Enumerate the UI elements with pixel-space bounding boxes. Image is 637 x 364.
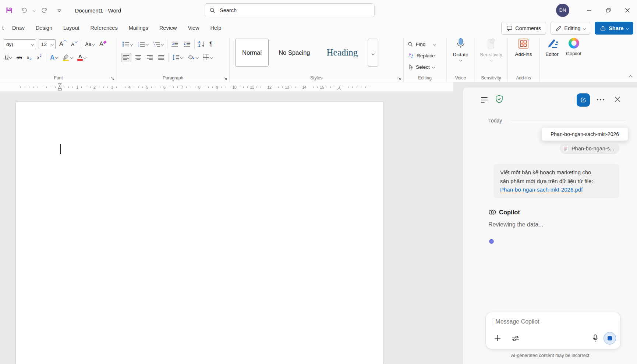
select-button[interactable]: Select — [408, 62, 434, 72]
customize-toolbar-button[interactable] — [54, 5, 65, 16]
font-name-combo[interactable]: dy) — [4, 39, 36, 49]
addins-button[interactable]: Add-ins — [507, 38, 539, 57]
tab-layout[interactable]: Layout — [58, 25, 85, 31]
bullets-button[interactable] — [121, 40, 134, 48]
comment-icon — [506, 25, 513, 31]
message-input-row — [494, 318, 613, 325]
decrease-indent-button[interactable] — [170, 40, 180, 48]
tab-insert-partial[interactable]: t — [0, 25, 7, 31]
redo-button[interactable] — [39, 5, 50, 16]
tab-mailings[interactable]: Mailings — [123, 25, 154, 31]
subscript-button[interactable]: x2 — [26, 54, 33, 61]
document-area — [0, 92, 453, 364]
tab-view[interactable]: View — [182, 25, 205, 31]
underline-button[interactable]: U — [4, 54, 13, 61]
document-page[interactable] — [16, 102, 383, 364]
undo-dropdown-chevron[interactable] — [33, 9, 36, 12]
dialog-launcher-icon — [223, 76, 227, 80]
borders-button[interactable] — [202, 53, 214, 61]
customize-toolbar-icon — [56, 7, 62, 13]
mic-button[interactable] — [592, 334, 598, 342]
restore-button[interactable] — [599, 0, 618, 21]
justify-icon — [158, 55, 164, 60]
share-button[interactable]: Share — [595, 22, 633, 35]
editing-mode-label: Editing — [564, 25, 580, 31]
stop-generating-button[interactable] — [604, 332, 616, 345]
font-size-value: 12 — [41, 42, 47, 47]
tab-draw[interactable]: Draw — [7, 25, 30, 31]
copilot-ribbon-button[interactable]: Copilot — [562, 38, 585, 56]
options-sliders-button[interactable] — [512, 335, 520, 342]
add-attachment-button[interactable] — [494, 335, 501, 342]
tab-references[interactable]: References — [85, 25, 123, 31]
more-options-button[interactable] — [597, 99, 605, 101]
minimize-button[interactable] — [580, 0, 599, 21]
shading-button[interactable] — [187, 54, 199, 61]
left-indent-marker[interactable] — [57, 83, 62, 91]
align-center-button[interactable] — [134, 54, 143, 61]
style-normal[interactable]: Normal — [235, 39, 269, 67]
ribbon-tabs: t Draw Design Layout References Mailings… — [0, 21, 637, 35]
shrink-font-button[interactable]: A — [70, 41, 78, 47]
change-case-button[interactable]: Aa — [84, 40, 96, 48]
dictate-button[interactable]: Dictate — [446, 38, 475, 61]
tab-help[interactable]: Help — [205, 25, 227, 31]
editor-button[interactable]: Editor — [541, 38, 563, 57]
assistant-header: Copilot — [488, 208, 520, 216]
close-button[interactable] — [618, 0, 637, 21]
user-message-line2: sản phẩm mới dựa trên dữ liệu từ file: — [500, 178, 593, 184]
styles-group: Normal No Spacing Heading Styles — [229, 35, 403, 82]
paragraph-dialog-launcher[interactable] — [223, 76, 227, 80]
voice-group: Dictate Voice — [446, 35, 475, 82]
new-chat-button[interactable] — [577, 93, 590, 107]
find-button[interactable]: Find — [408, 39, 435, 49]
assistant-name: Copilot — [499, 209, 520, 216]
increase-indent-button[interactable] — [182, 40, 192, 48]
multilevel-list-button[interactable]: 1ai — [152, 40, 164, 48]
editing-mode-button[interactable]: Editing — [551, 22, 590, 35]
loading-indicator — [489, 239, 494, 244]
tab-design[interactable]: Design — [30, 25, 58, 31]
show-formatting-marks-button[interactable]: ¶ — [208, 40, 214, 48]
right-indent-marker[interactable] — [337, 87, 341, 90]
save-button[interactable] — [4, 5, 15, 16]
style-no-spacing[interactable]: No Spacing — [272, 39, 316, 66]
decrease-indent-icon — [171, 41, 178, 47]
strikethrough-button[interactable]: ab — [15, 54, 23, 61]
chat-history-button[interactable] — [481, 97, 488, 104]
style-heading[interactable]: Heading — [320, 39, 365, 66]
tab-review[interactable]: Review — [154, 25, 183, 31]
comments-label: Comments — [515, 25, 541, 31]
styles-gallery-more-button[interactable] — [368, 39, 378, 67]
styles-dialog-launcher[interactable] — [397, 76, 401, 80]
attached-file-link[interactable]: Phan-bo-ngan-sach-mkt-2026.pdf — [500, 186, 583, 193]
message-input[interactable] — [495, 318, 613, 325]
grow-font-button[interactable]: A — [58, 40, 67, 48]
font-dialog-launcher[interactable] — [111, 76, 114, 80]
account-avatar[interactable]: DN — [556, 4, 569, 17]
tabsrow-actions: Comments Editing Share — [501, 22, 633, 35]
collapse-ribbon-button[interactable] — [629, 75, 633, 79]
font-color-button[interactable]: A — [76, 53, 87, 62]
title-bar: Document1 - Word DN — [0, 0, 637, 21]
font-size-combo[interactable]: 12 — [39, 39, 56, 49]
search-input[interactable] — [219, 7, 370, 14]
text-effects-button[interactable]: A — [49, 54, 59, 61]
superscript-button[interactable]: x2 — [36, 54, 44, 61]
numbering-button[interactable]: 123 — [137, 40, 149, 48]
line-spacing-button[interactable] — [171, 54, 184, 61]
justify-button[interactable] — [157, 54, 166, 61]
clear-formatting-button[interactable]: A — [98, 40, 107, 48]
replace-button[interactable]: b c Replace — [408, 51, 435, 60]
dialog-launcher-icon — [397, 76, 401, 80]
undo-button[interactable] — [18, 5, 29, 16]
sort-button[interactable]: A Z — [197, 40, 206, 48]
comments-button[interactable]: Comments — [501, 22, 546, 35]
align-right-button[interactable] — [145, 54, 154, 61]
close-panel-button[interactable] — [614, 96, 621, 103]
align-left-button[interactable] — [121, 53, 131, 62]
sort-arrow — [202, 41, 205, 47]
highlight-color-button[interactable] — [61, 53, 74, 62]
file-chip[interactable]: Phan-bo-ngan-s... — [560, 143, 619, 154]
search-box[interactable] — [205, 3, 375, 17]
